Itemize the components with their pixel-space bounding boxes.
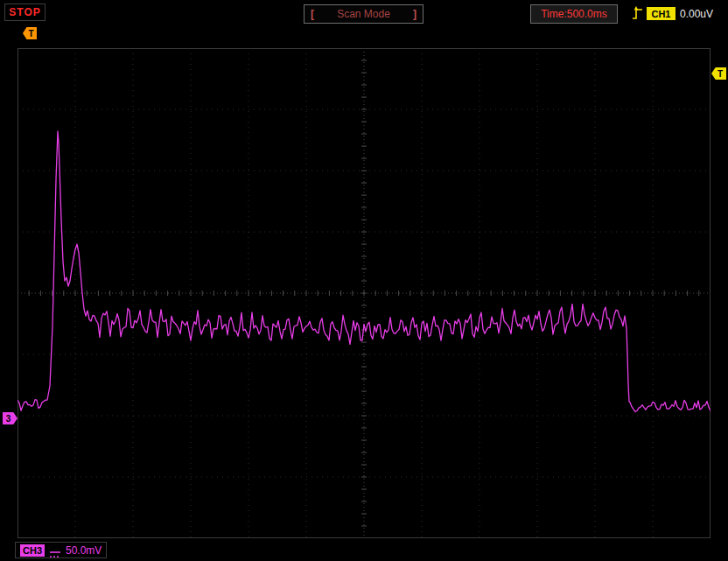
timebase-readout: Time:500.0ms [530,4,618,24]
graticule-grid [18,48,710,538]
dc-coupling-icon [49,546,61,554]
trigger-level-marker[interactable]: T [711,67,726,80]
run-state-indicator: STOP [4,4,46,21]
graticule-svg [18,48,710,538]
mode-left-bracket: [ [311,8,314,20]
trigger-level-readout: 0.00uV [680,8,713,20]
ch3-trace [18,131,710,411]
volts-per-div-readout: 50.0mV [66,544,102,557]
trigger-source-badge: CH1 [647,7,676,20]
scan-mode-box: [ Scan Mode ] [304,4,424,24]
trigger-position-marker[interactable]: T [23,27,37,39]
oscilloscope-screen: { "top_bar": { "run_state": "STOP", "mod… [0,0,728,561]
mode-label: Scan Mode [337,8,390,20]
mode-right-bracket: ] [413,8,416,20]
rising-edge-trigger-icon [632,5,644,22]
waveform-display [18,48,710,538]
channel3-badge: CH3 [20,544,45,557]
channel3-settings-box: CH3 50.0mV [15,542,107,558]
channel3-ground-marker[interactable]: 3 [3,412,18,424]
top-status-bar: STOP [ Scan Mode ] Time:500.0ms CH1 0.00… [0,0,728,26]
